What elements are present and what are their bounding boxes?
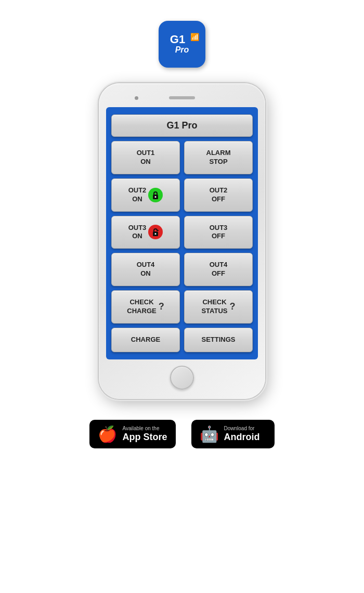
app-icon-subtitle: Pro: [175, 45, 189, 55]
phone-screen: G1 Pro OUT1ON ALARMSTOP OUT2ON: [106, 107, 258, 359]
android-badge[interactable]: 🤖 Download for Android: [191, 420, 275, 448]
android-icon: 🤖: [200, 425, 219, 443]
out2-on-label: OUT2ON: [128, 186, 147, 204]
out3-on-button[interactable]: OUT3ON: [111, 216, 180, 249]
check-charge-button[interactable]: CHECKCHARGE?: [111, 290, 180, 324]
out2-off-label: OUT2OFF: [210, 186, 228, 204]
app-store-small-text: Available on the: [122, 426, 167, 432]
android-big-text: Android: [224, 432, 260, 443]
app-store-badge[interactable]: 🍎 Available on the App Store: [89, 420, 175, 448]
out4-on-label: OUT4ON: [137, 261, 155, 278]
buttons-grid: OUT1ON ALARMSTOP OUT2ON OUT2OFF: [111, 141, 253, 352]
check-status-label: CHECKSTATUS: [201, 298, 227, 316]
store-badges: 🍎 Available on the App Store 🤖 Download …: [89, 420, 274, 448]
alarm-stop-button[interactable]: ALARMSTOP: [184, 141, 253, 174]
lock-green-icon: [148, 188, 163, 202]
check-status-question: ?: [230, 301, 236, 313]
out2-on-button[interactable]: OUT2ON: [111, 178, 180, 212]
phone-bottom: [106, 366, 258, 390]
out4-off-button[interactable]: OUT4OFF: [184, 253, 253, 286]
check-status-button[interactable]: CHECKSTATUS?: [184, 290, 253, 324]
out1-on-label: OUT1ON: [137, 149, 155, 166]
android-small-text: Download for: [224, 426, 260, 432]
out4-off-label: OUT4OFF: [210, 261, 228, 278]
out4-on-button[interactable]: OUT4ON: [111, 253, 180, 286]
phone-frame: G1 Pro OUT1ON ALARMSTOP OUT2ON: [99, 83, 265, 399]
app-store-text: Available on the App Store: [122, 426, 167, 443]
app-icon-title: G1: [170, 34, 185, 45]
settings-button[interactable]: SETTINGS: [184, 328, 253, 352]
out3-off-label: OUT3OFF: [210, 224, 228, 241]
lock-red-icon: [148, 225, 163, 239]
charge-label: CHARGE: [131, 336, 160, 344]
out3-on-label: OUT3ON: [128, 224, 147, 241]
svg-point-3: [155, 233, 157, 235]
app-store-big-text: App Store: [122, 432, 167, 443]
title-button: G1 Pro: [111, 114, 253, 137]
app-icon: G1 📶 Pro: [159, 21, 205, 68]
check-charge-question: ?: [159, 301, 164, 313]
out3-off-button[interactable]: OUT3OFF: [184, 216, 253, 249]
app-icon-container: G1 📶 Pro: [159, 21, 205, 68]
apple-icon: 🍎: [98, 425, 117, 443]
android-store-text: Download for Android: [224, 426, 260, 443]
phone-top-bar: [106, 93, 258, 103]
charge-button[interactable]: CHARGE: [111, 328, 180, 352]
phone-camera: [135, 96, 138, 100]
settings-label: SETTINGS: [201, 336, 235, 344]
alarm-stop-label: ALARMSTOP: [206, 149, 231, 166]
out2-off-button[interactable]: OUT2OFF: [184, 178, 253, 212]
check-charge-label: CHECKCHARGE: [127, 298, 156, 316]
wifi-icon: 📶: [190, 33, 199, 41]
out1-on-button[interactable]: OUT1ON: [111, 141, 180, 174]
svg-point-1: [155, 196, 157, 198]
phone-speaker: [169, 96, 195, 99]
home-button[interactable]: [170, 366, 194, 390]
